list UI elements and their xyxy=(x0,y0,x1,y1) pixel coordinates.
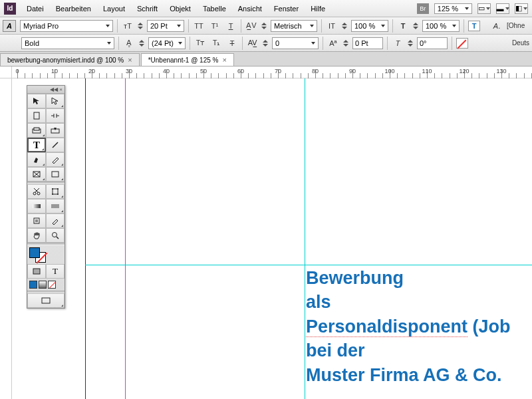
font-size-stepper[interactable] xyxy=(138,23,143,29)
ruler-horizontal[interactable]: 0102030405060708090100110120130140 xyxy=(12,66,532,78)
baseline-input[interactable]: 0 Pt xyxy=(352,37,383,49)
canvas[interactable]: Bewerbung als Personaldisponent (Job bei… xyxy=(12,78,532,399)
leading-stepper[interactable] xyxy=(139,40,144,47)
tools-palette[interactable]: ◀◀× T xyxy=(27,85,65,309)
direct-selection-tool[interactable] xyxy=(46,94,65,108)
selection-tool[interactable] xyxy=(27,94,46,108)
line-tool[interactable] xyxy=(46,138,65,152)
menu-fenster[interactable]: Fenster xyxy=(269,2,304,15)
vscale-stepper[interactable] xyxy=(342,23,347,29)
font-size-dropdown[interactable]: 20 Pt xyxy=(147,20,184,32)
svg-rect-19 xyxy=(51,204,59,208)
doc-tab-1[interactable]: bewerbung-anonymisiert.indd @ 100 % × xyxy=(0,53,140,66)
bridge-icon[interactable]: Br xyxy=(417,3,429,14)
menu-tabelle[interactable]: Tabelle xyxy=(198,2,231,15)
screen-mode-icon[interactable]: ▬ xyxy=(496,3,509,14)
superscript-icon[interactable]: T¹ xyxy=(209,20,221,32)
free-transform-tool[interactable] xyxy=(46,184,65,199)
workspace: Bewerbung als Personaldisponent (Job bei… xyxy=(0,78,532,399)
doc-tab-2[interactable]: *Unbenannt-1 @ 125 % × xyxy=(141,53,234,66)
menu-schrift[interactable]: Schrift xyxy=(132,2,163,15)
font-family-dropdown[interactable]: Myriad Pro xyxy=(20,20,113,32)
baseline-icon: Aª xyxy=(327,37,339,49)
content-placer-tool[interactable] xyxy=(46,123,65,138)
hscale-icon: T xyxy=(397,20,409,32)
menu-datei[interactable]: Datei xyxy=(21,2,49,15)
hscale-dropdown[interactable]: 100 % xyxy=(422,20,460,32)
content-collector-tool[interactable] xyxy=(27,123,46,138)
close-icon[interactable]: × xyxy=(128,56,132,64)
control-bar-2: Bold A͇ (24 Pt) Tᴛ T₁ T AV̲ 0 Aª 0 Pt T … xyxy=(0,35,532,52)
text-fill-icon[interactable]: T xyxy=(468,21,480,31)
menu-objekt[interactable]: Objekt xyxy=(164,2,196,15)
leading-icon: A͇ xyxy=(123,37,135,49)
skew-stepper[interactable] xyxy=(408,40,413,47)
rectangle-tool[interactable] xyxy=(46,167,65,182)
text-stroke-icon[interactable] xyxy=(456,38,468,49)
rectangle-frame-tool[interactable] xyxy=(27,167,46,182)
font-style-dropdown[interactable]: Bold xyxy=(21,37,114,49)
kerning-dropdown[interactable]: Metrisch xyxy=(271,20,317,32)
fill-swatch[interactable] xyxy=(29,247,40,258)
leading-dropdown[interactable]: (24 Pt) xyxy=(148,37,186,49)
baseline-stepper[interactable] xyxy=(343,40,348,47)
pen-tool[interactable] xyxy=(27,152,46,167)
svg-rect-8 xyxy=(52,172,59,177)
ruler-guide-horizontal[interactable] xyxy=(85,265,532,265)
scissors-tool[interactable] xyxy=(27,184,46,199)
menu-hilfe[interactable]: Hilfe xyxy=(305,2,331,15)
font-size-icon: тT xyxy=(122,20,134,32)
svg-rect-0 xyxy=(34,112,39,119)
subscript-icon[interactable]: T₁ xyxy=(210,37,222,49)
view-mode-icon[interactable]: ▭ xyxy=(477,3,491,14)
view-mode-normal[interactable] xyxy=(27,293,65,308)
svg-line-12 xyxy=(34,188,38,192)
ruler-guide-vertical[interactable] xyxy=(305,78,305,399)
tracking-stepper[interactable] xyxy=(263,40,268,47)
kerning-stepper[interactable] xyxy=(261,23,267,29)
format-text-icon[interactable]: T xyxy=(46,264,65,279)
menu-bearbeiten[interactable]: Bearbeiten xyxy=(51,2,96,15)
apply-none-icon[interactable] xyxy=(48,281,56,289)
svg-point-9 xyxy=(33,192,36,195)
document-tabs: bewerbung-anonymisiert.indd @ 100 % × *U… xyxy=(0,52,532,66)
arrange-icon[interactable]: ◧ xyxy=(515,3,528,14)
strikethrough-icon[interactable]: T xyxy=(226,37,238,49)
app-icon: Id xyxy=(4,3,16,15)
close-icon[interactable]: × xyxy=(222,56,226,64)
pencil-tool[interactable] xyxy=(46,152,65,167)
page-edge xyxy=(85,78,86,399)
apply-gradient-icon[interactable] xyxy=(39,281,47,289)
gradient-swatch-tool[interactable] xyxy=(27,199,46,213)
note-tool[interactable] xyxy=(27,213,46,228)
menu-ansicht[interactable]: Ansicht xyxy=(233,2,267,15)
smallcaps-icon[interactable]: Tᴛ xyxy=(194,37,206,49)
apply-color-icon[interactable] xyxy=(29,281,37,289)
margin-guide-vertical[interactable] xyxy=(125,78,126,399)
text-frame-content[interactable]: Bewerbung als Personaldisponent (Job bei… xyxy=(306,266,532,387)
character-mode-icon[interactable]: A xyxy=(3,20,16,32)
format-container-icon[interactable] xyxy=(27,264,46,279)
fill-stroke-swatch[interactable] xyxy=(27,245,65,264)
type-tool[interactable]: T xyxy=(27,138,46,152)
hand-tool[interactable] xyxy=(27,228,46,243)
svg-line-4 xyxy=(53,142,58,148)
allcaps-icon[interactable]: TT xyxy=(193,20,205,32)
skew-input[interactable]: 0° xyxy=(417,37,448,49)
palette-header[interactable]: ◀◀× xyxy=(27,86,65,94)
menu-layout[interactable]: Layout xyxy=(98,2,130,15)
hscale-stepper[interactable] xyxy=(413,23,418,29)
page-tool[interactable] xyxy=(27,108,46,123)
svg-rect-5 xyxy=(33,172,40,177)
ruler-vertical[interactable] xyxy=(0,78,12,399)
zoom-tool[interactable] xyxy=(46,228,65,243)
gradient-feather-tool[interactable] xyxy=(46,199,65,213)
eyedropper-tool[interactable] xyxy=(46,213,65,228)
zoom-dropdown[interactable]: 125 % xyxy=(434,3,472,14)
underline-icon[interactable]: T xyxy=(225,20,237,32)
tracking-dropdown[interactable]: 0 xyxy=(272,37,319,49)
gap-tool[interactable] xyxy=(46,108,65,123)
ruler-origin[interactable] xyxy=(0,66,12,78)
svg-rect-3 xyxy=(51,129,59,133)
vscale-dropdown[interactable]: 100 % xyxy=(351,20,388,32)
